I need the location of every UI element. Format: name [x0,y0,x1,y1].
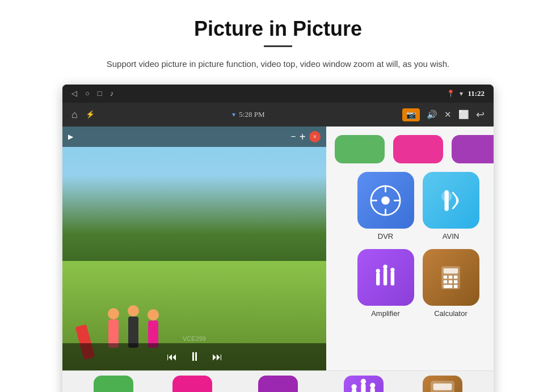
siriusxm-bottom[interactable]: SiriusXM [172,376,212,392]
svg-point-28 [361,379,366,384]
svg-rect-21 [454,280,457,284]
pip-video-image: VCE299 [62,127,326,370]
svg-point-11 [376,268,380,272]
siriusxm-bottom-icon [172,376,212,392]
amplifier-bottom-icon [344,376,384,392]
person-1 [108,308,119,348]
pip-next-button[interactable]: ⏭ [212,351,222,363]
location-icon: 📍 [447,90,455,98]
svg-rect-19 [444,280,447,284]
svg-rect-18 [454,275,457,279]
netflix-partial-icon[interactable] [335,135,385,163]
amplifier-icon [357,249,414,306]
siriusxm-partial-icon[interactable] [393,135,443,163]
usb-icon: ⚡ [86,110,95,119]
dvr-icon [357,172,414,229]
pip-controls-bar[interactable]: ▶ − + × [62,127,326,147]
svg-rect-16 [444,275,447,279]
volume-icon[interactable]: 🔊 [427,109,437,120]
app-grid-area: DVR AVIN [326,127,494,370]
netflix-bottom[interactable]: Netflix [94,376,133,392]
square-icon[interactable]: □ [98,89,102,98]
avin-icon-svg [435,185,466,216]
nav-bar-right: 📷 🔊 ✕ ⬜ ↩ [402,108,485,121]
avin-label: AVIN [443,232,459,241]
nav-bar: ⌂ ⚡ ▾ 5:28 PM 📷 🔊 ✕ ⬜ ↩ [62,103,494,127]
svg-rect-15 [444,268,458,273]
app-row-2: Amplifier [335,249,494,318]
nav-time: 5:28 PM [239,110,264,119]
camera-icon: 📷 [406,110,416,120]
status-time: 11:22 [467,89,485,98]
back-nav-icon[interactable]: ↩ [476,108,485,121]
nav-bar-left: ⌂ ⚡ [71,109,95,121]
calculator-bottom[interactable]: Calculator [423,376,462,392]
dvr-app[interactable]: DVR [357,172,414,241]
svg-point-29 [370,383,375,388]
amp-bottom-svg [344,376,384,392]
avin-icon [423,172,479,229]
home-icon[interactable]: ⌂ [71,109,78,121]
svg-rect-20 [449,280,452,284]
circle-icon[interactable]: ○ [85,89,90,98]
calculator-icon [423,249,479,306]
status-bar-left: ◁ ○ □ ♪ [71,89,113,98]
amplifier-app[interactable]: Amplifier [357,249,414,318]
pip-maximize-button[interactable]: + [300,130,306,144]
wheelkey-bottom[interactable]: Wheelkey Study [251,376,305,392]
avin-app[interactable]: AVIN [423,172,479,241]
pip-minimize-button[interactable]: − [290,132,296,142]
svg-rect-10 [391,271,394,285]
person-3 [148,309,159,348]
svg-rect-25 [361,383,365,392]
pip-play-button[interactable]: ⏸ [188,349,201,364]
pip-prev-button[interactable]: ⏮ [167,351,177,363]
status-bar-right: 📍 ▾ 11:22 [447,89,485,98]
svg-point-7 [441,191,452,201]
music-icon: ♪ [110,89,114,98]
camera-button[interactable]: 📷 [402,108,420,121]
calculator-label: Calculator [434,309,467,318]
title-divider [264,45,292,47]
close-icon[interactable]: ✕ [444,109,452,120]
calc-bottom-svg [423,376,462,392]
person-2 [128,305,139,348]
amplifier-label: Amplifier [371,309,400,318]
people-area [108,305,159,348]
page-title: Picture in Picture [194,17,362,41]
main-content: VCE299 ▶ − + × ⏮ ⏸ ⏭ [62,127,494,370]
window-icon[interactable]: ⬜ [458,109,469,120]
svg-point-1 [381,196,390,205]
wheelkey-partial-icon[interactable] [452,135,494,163]
svg-point-13 [390,268,394,272]
wifi-icon: ▾ [460,90,463,98]
bottom-icons-row: Netflix SiriusXM Wheelkey Study Amplifie [62,370,494,392]
svg-rect-9 [384,268,387,285]
dvr-label: DVR [378,232,393,241]
pip-close-icon: × [313,133,317,141]
nav-bar-center: ▾ 5:28 PM [232,110,264,119]
calculator-bottom-icon [423,376,462,392]
subtitle: Support video picture in picture functio… [107,57,449,71]
partial-apps-row [335,135,494,163]
pip-record-icon: ▶ [68,133,73,141]
pip-close-button[interactable]: × [309,131,321,142]
svg-point-27 [352,384,357,389]
dvr-icon-svg [370,185,401,216]
svg-rect-22 [444,285,453,288]
watermark: VCE299 [183,335,206,342]
back-arrow-icon[interactable]: ◁ [71,89,77,98]
svg-rect-8 [376,272,380,285]
calc-icon-svg [435,262,466,293]
svg-point-12 [383,264,387,268]
svg-rect-23 [454,285,457,288]
svg-rect-17 [449,275,452,279]
wifi-status-icon: ▾ [232,111,235,119]
netflix-bottom-icon [94,376,133,392]
status-bar: ◁ ○ □ ♪ 📍 ▾ 11:22 [62,85,494,103]
pip-bottom-controls[interactable]: ⏮ ⏸ ⏭ [62,343,326,370]
calculator-app[interactable]: Calculator [423,249,479,318]
wheelkey-bottom-icon [258,376,298,392]
svg-rect-31 [433,383,452,390]
amplifier-bottom[interactable]: Amplifier [344,376,384,392]
